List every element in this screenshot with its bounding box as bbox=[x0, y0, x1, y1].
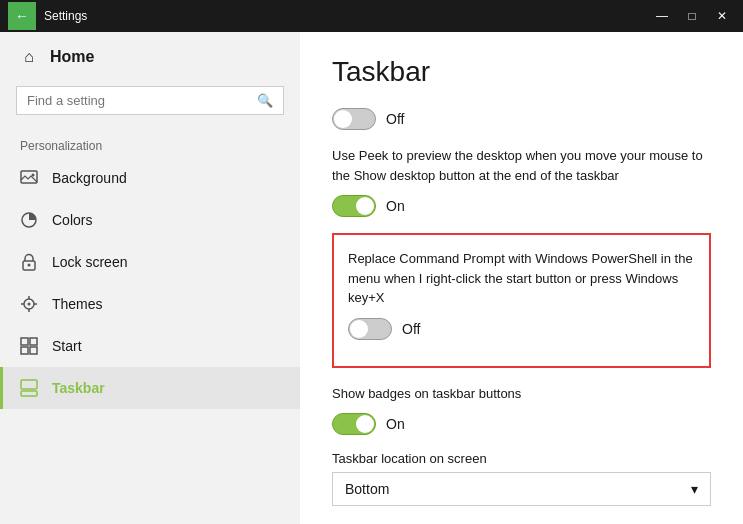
taskbar-location-section: Taskbar location on screen Bottom ▾ bbox=[332, 451, 711, 506]
taskbar-icon bbox=[20, 379, 38, 397]
powershell-setting-box: Replace Command Prompt with Windows Powe… bbox=[332, 233, 711, 368]
colors-label: Colors bbox=[52, 212, 92, 228]
taskbar-label: Taskbar bbox=[52, 380, 105, 396]
titlebar-title: Settings bbox=[44, 9, 649, 23]
window-controls: — □ ✕ bbox=[649, 3, 735, 29]
themes-label: Themes bbox=[52, 296, 103, 312]
sidebar-item-colors[interactable]: Colors bbox=[0, 199, 300, 241]
minimize-button[interactable]: — bbox=[649, 3, 675, 29]
sidebar-item-themes[interactable]: Themes bbox=[0, 283, 300, 325]
svg-point-4 bbox=[28, 264, 31, 267]
svg-point-6 bbox=[28, 303, 31, 306]
dropdown-label: Taskbar location on screen bbox=[332, 451, 711, 466]
svg-rect-11 bbox=[21, 338, 28, 345]
start-icon bbox=[20, 337, 38, 355]
search-input[interactable] bbox=[17, 87, 247, 114]
sidebar-item-taskbar[interactable]: Taskbar bbox=[0, 367, 300, 409]
start-label: Start bbox=[52, 338, 82, 354]
setting-peek-toggle: Off bbox=[332, 108, 711, 130]
background-label: Background bbox=[52, 170, 127, 186]
toggle-row-4: On bbox=[332, 413, 711, 435]
powershell-toggle[interactable] bbox=[348, 318, 392, 340]
toggle-row-3: Off bbox=[348, 318, 695, 340]
peek-on-toggle[interactable] bbox=[332, 195, 376, 217]
content-area: Taskbar Off Use Peek to preview the desk… bbox=[300, 32, 743, 524]
lock-screen-label: Lock screen bbox=[52, 254, 127, 270]
background-icon bbox=[20, 169, 38, 187]
setting-peek-desc: Use Peek to preview the desktop when you… bbox=[332, 146, 711, 217]
svg-rect-15 bbox=[21, 391, 37, 396]
sidebar-item-start[interactable]: Start bbox=[0, 325, 300, 367]
setting-badges: Show badges on taskbar buttons On bbox=[332, 384, 711, 436]
toggle-row-2: On bbox=[332, 195, 711, 217]
back-button[interactable]: ← bbox=[8, 2, 36, 30]
sidebar-section-title: Personalization bbox=[0, 131, 300, 157]
maximize-button[interactable]: □ bbox=[679, 3, 705, 29]
svg-rect-16 bbox=[21, 380, 37, 389]
back-icon: ← bbox=[15, 8, 29, 24]
titlebar: ← Settings — □ ✕ bbox=[0, 0, 743, 32]
badges-description: Show badges on taskbar buttons bbox=[332, 384, 711, 404]
page-title: Taskbar bbox=[332, 56, 711, 88]
peek-description: Use Peek to preview the desktop when you… bbox=[332, 146, 711, 185]
home-label: Home bbox=[50, 48, 94, 66]
powershell-description: Replace Command Prompt with Windows Powe… bbox=[348, 249, 695, 308]
home-icon: ⌂ bbox=[20, 48, 38, 66]
lock-icon bbox=[20, 253, 38, 271]
peek-on-label: On bbox=[386, 198, 405, 214]
svg-rect-14 bbox=[30, 347, 37, 354]
chevron-down-icon: ▾ bbox=[691, 481, 698, 497]
sidebar-item-background[interactable]: Background bbox=[0, 157, 300, 199]
toggle-row-1: Off bbox=[332, 108, 711, 130]
badges-toggle-label: On bbox=[386, 416, 405, 432]
svg-rect-12 bbox=[30, 338, 37, 345]
location-dropdown[interactable]: Bottom ▾ bbox=[332, 472, 711, 506]
dropdown-value: Bottom bbox=[345, 481, 389, 497]
peek-toggle[interactable] bbox=[332, 108, 376, 130]
main-layout: ⌂ Home 🔍 Personalization Background bbox=[0, 32, 743, 524]
sidebar-item-lock-screen[interactable]: Lock screen bbox=[0, 241, 300, 283]
sidebar-item-home[interactable]: ⌂ Home bbox=[0, 32, 300, 82]
badges-toggle[interactable] bbox=[332, 413, 376, 435]
sidebar: ⌂ Home 🔍 Personalization Background bbox=[0, 32, 300, 524]
search-icon: 🔍 bbox=[247, 87, 283, 114]
powershell-toggle-label: Off bbox=[402, 321, 420, 337]
themes-icon bbox=[20, 295, 38, 313]
close-button[interactable]: ✕ bbox=[709, 3, 735, 29]
peek-toggle-label: Off bbox=[386, 111, 404, 127]
search-box[interactable]: 🔍 bbox=[16, 86, 284, 115]
colors-icon bbox=[20, 211, 38, 229]
svg-point-1 bbox=[32, 174, 35, 177]
svg-rect-13 bbox=[21, 347, 28, 354]
